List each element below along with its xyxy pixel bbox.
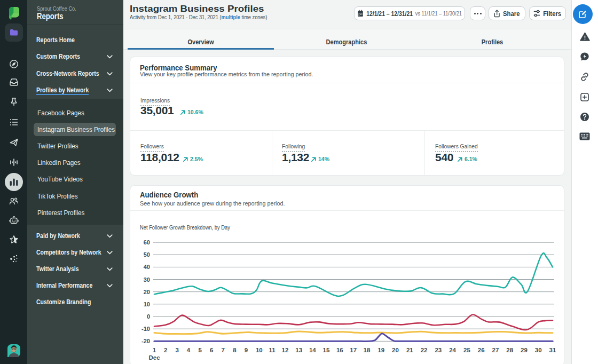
svg-text:17: 17 [350,347,357,353]
svg-text:13: 13 [295,347,302,353]
svg-text:9: 9 [245,347,248,353]
svg-text:28: 28 [506,347,513,353]
svg-text:27: 27 [492,347,499,353]
svg-text:6: 6 [210,347,213,353]
svg-text:16: 16 [336,347,343,353]
svg-text:22: 22 [421,347,428,353]
svg-text:11: 11 [269,347,276,353]
svg-text:31: 31 [549,347,556,353]
svg-text:26: 26 [478,347,485,353]
svg-text:20: 20 [392,347,399,353]
svg-text:3: 3 [175,347,178,353]
svg-text:14: 14 [309,347,316,353]
svg-text:24: 24 [449,347,456,353]
svg-text:40: 40 [144,264,150,270]
svg-text:23: 23 [435,347,442,353]
svg-text:10: 10 [256,347,263,353]
svg-text:Dec: Dec [148,354,160,361]
svg-text:20: 20 [144,289,150,295]
svg-text:1: 1 [153,347,156,353]
svg-text:60: 60 [144,239,150,246]
svg-text:-10: -10 [141,326,150,332]
svg-text:21: 21 [406,347,413,353]
svg-text:25: 25 [463,347,470,353]
svg-text:12: 12 [282,347,289,353]
svg-text:30: 30 [144,276,150,283]
svg-text:0: 0 [147,313,150,320]
svg-text:15: 15 [323,347,330,353]
svg-text:18: 18 [364,347,371,353]
svg-text:30: 30 [535,347,542,353]
svg-text:50: 50 [144,251,150,258]
svg-text:7: 7 [222,347,225,353]
svg-text:29: 29 [521,347,528,353]
svg-text:8: 8 [233,347,237,353]
svg-text:10: 10 [144,301,150,307]
svg-text:5: 5 [198,347,202,353]
svg-text:19: 19 [377,347,384,353]
svg-text:2: 2 [164,347,167,353]
svg-text:4: 4 [187,347,191,353]
svg-text:-20: -20 [141,338,150,344]
